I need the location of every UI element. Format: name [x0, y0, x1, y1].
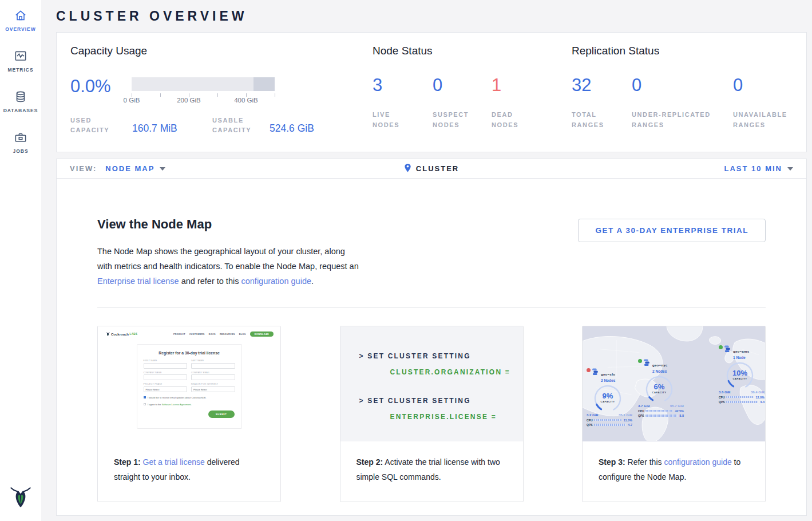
enterprise-trial-license-link[interactable]: Enterprise trial license: [97, 277, 179, 286]
node-map-panel: View the Node Map The Node Map shows the…: [56, 179, 807, 516]
node-status-section: Node Status 3 LIVENODES 0 SUSPECTNODES 1…: [373, 45, 572, 152]
capacity-bar-chart: 0 GiB 200 GiB 400 GiB: [132, 75, 275, 106]
sidebar-item-label: JOBS: [13, 148, 28, 154]
live-status-dot: [719, 345, 723, 349]
chevron-down-icon: [160, 167, 165, 171]
live-nodes-label: LIVENODES: [373, 109, 433, 130]
live-status-dot: [638, 359, 642, 363]
unavailable-ranges-label: UNAVAILABLERANGES: [733, 109, 787, 130]
breadcrumb[interactable]: CLUSTER: [404, 163, 459, 175]
step-2-card: > SET CLUSTER SETTING CLUSTER.ORGANIZATI…: [340, 326, 524, 502]
breadcrumb-label: CLUSTER: [416, 164, 459, 173]
sql-statement: > SET CLUSTER SETTING: [359, 348, 523, 364]
under-replicated-ranges-value: 0: [632, 75, 733, 96]
configuration-guide-link[interactable]: configuration guide: [664, 457, 731, 467]
replication-status-title: Replication Status: [572, 45, 806, 57]
suspect-nodes-label: SUSPECTNODES: [433, 109, 492, 130]
sql-setting: ENTERPRISE.LICENSE =: [390, 409, 523, 425]
section-divider: [97, 307, 766, 308]
capacity-bar: [132, 77, 275, 91]
time-range-dropdown[interactable]: LAST 10 MIN: [724, 164, 793, 173]
capacity-axis-labels: 0 GiB 200 GiB 400 GiB: [132, 97, 275, 106]
capacity-bar-reserved-segment: [253, 77, 275, 91]
view-bar: VIEW: NODE MAP CLUSTER LAST 10 MIN: [56, 159, 807, 179]
trial-license-screenshot: CockroachLABS PRODUCTCUSTOMERSDOCSRESOUR…: [98, 326, 280, 441]
usable-capacity-label: USABLECAPACITY: [212, 116, 270, 135]
tick-mark: [275, 93, 275, 97]
live-nodes-value: 3: [373, 75, 433, 96]
step-1-caption: Step 1: Get a trial license delivered st…: [98, 441, 280, 498]
capacity-percent: 0.0%: [70, 76, 132, 106]
under-replicated-ranges-stat: 0 UNDER-REPLICATEDRANGES: [632, 75, 733, 130]
under-replicated-ranges-label: UNDER-REPLICATEDRANGES: [632, 109, 733, 130]
locality-db-icon: [724, 345, 731, 355]
databases-icon: [13, 89, 28, 104]
node-map-preview: geo=sfo2 Nodes 9% CAPACITY 3.2 GiB35.1 G…: [583, 326, 765, 441]
unavailable-ranges-value: 0: [733, 75, 787, 96]
app-root: OVERVIEW METRICS DATABASES JOBS: [0, 0, 812, 521]
used-capacity-value: 160.7 MiB: [132, 123, 212, 135]
sidebar-item-label: DATABASES: [3, 108, 38, 113]
capacity-bar-free-segment: [132, 77, 253, 91]
sidebar: OVERVIEW METRICS DATABASES JOBS: [0, 0, 41, 521]
step-2-caption: Step 2: Activate the trial license with …: [340, 441, 523, 498]
capacity-gauge: 6% CAPACITY: [644, 375, 675, 404]
suspect-nodes-value: 0: [433, 75, 492, 96]
total-ranges-stat: 32 TOTALRANGES: [572, 75, 632, 130]
locality-db-icon: [592, 368, 599, 378]
enterprise-trial-button[interactable]: GET A 30-DAY ENTERPRISE TRIAL: [578, 219, 766, 242]
capacity-usage-section: Capacity Usage 0.0%: [70, 45, 373, 152]
sql-commands-block: > SET CLUSTER SETTING CLUSTER.ORGANIZATI…: [340, 326, 523, 441]
axis-label: 200 GiB: [177, 97, 201, 104]
dead-nodes-stat: 1 DEADNODES: [492, 75, 518, 130]
get-trial-license-link[interactable]: Get a trial license: [143, 457, 205, 467]
main-content: CLUSTER OVERVIEW Capacity Usage 0.0%: [41, 0, 812, 521]
sidebar-item-jobs[interactable]: JOBS: [0, 130, 41, 154]
capacity-axis-ticks: [132, 92, 275, 97]
node-map-title: View the Node Map: [97, 217, 362, 232]
step-1-card: CockroachLABS PRODUCTCUSTOMERSDOCSRESOUR…: [97, 326, 281, 502]
mini-submit-button: SUBMIT: [208, 411, 235, 418]
jobs-icon: [13, 130, 28, 145]
node-locality-marker: geo=nyc2 Nodes 6% CAPACITY 3.7 GiB65.7 G…: [638, 358, 687, 417]
node-map-description: The Node Map shows the geographical layo…: [97, 244, 362, 289]
dead-nodes-value: 1: [492, 75, 518, 96]
cockroach-labs-mini-logo: CockroachLABS: [106, 331, 137, 337]
home-icon: [13, 8, 28, 23]
mini-trial-form: Register for a 30-day trial license FIRS…: [137, 344, 242, 429]
unavailable-ranges-stat: 0 UNAVAILABLERANGES: [733, 75, 787, 130]
sql-statement: > SET CLUSTER SETTING: [359, 393, 523, 409]
step-3-card: geo=sfo2 Nodes 9% CAPACITY 3.2 GiB35.1 G…: [582, 326, 766, 502]
sidebar-item-overview[interactable]: OVERVIEW: [0, 8, 41, 32]
page-title: CLUSTER OVERVIEW: [56, 0, 807, 32]
total-ranges-label: TOTALRANGES: [572, 109, 632, 130]
dead-nodes-label: DEADNODES: [492, 109, 518, 130]
cockroachdb-logo: [10, 484, 31, 512]
sidebar-item-databases[interactable]: DATABASES: [0, 89, 41, 113]
replication-status-section: Replication Status 32 TOTALRANGES 0 UNDE…: [572, 45, 806, 152]
node-status-title: Node Status: [373, 45, 572, 57]
mini-site-nav: PRODUCTCUSTOMERSDOCSRESOURCESBLOG DOWNLO…: [173, 331, 274, 337]
view-selector-dropdown[interactable]: NODE MAP: [105, 164, 165, 173]
dead-status-dot: [587, 368, 591, 372]
sidebar-item-label: METRICS: [7, 67, 33, 73]
axis-label: 0 GiB: [124, 97, 140, 104]
capacity-gauge: 10% CAPACITY: [724, 361, 755, 390]
mini-download-button: DOWNLOAD: [250, 331, 274, 337]
used-capacity-label: USEDCAPACITY: [70, 116, 132, 135]
sidebar-item-metrics[interactable]: METRICS: [0, 49, 41, 73]
usable-capacity-value: 524.6 GiB: [270, 123, 314, 135]
step-3-caption: Step 3: Refer this configuration guide t…: [583, 441, 765, 498]
location-pin-icon: [404, 163, 411, 175]
node-locality-marker: geo=ams1 Node 10% CAPACITY 3.6 GiB36.4 G…: [719, 345, 765, 404]
metrics-icon: [13, 49, 28, 64]
axis-label: 400 GiB: [234, 97, 258, 104]
node-locality-marker: geo=sfo2 Nodes 9% CAPACITY 3.2 GiB35.1 G…: [587, 368, 636, 427]
total-ranges-value: 32: [572, 75, 632, 96]
configuration-guide-link[interactable]: configuration guide: [241, 277, 311, 286]
view-label: VIEW:: [70, 164, 97, 173]
sql-setting: CLUSTER.ORGANIZATION =: [390, 364, 523, 380]
live-nodes-stat: 3 LIVENODES: [373, 75, 433, 130]
suspect-nodes-stat: 0 SUSPECTNODES: [433, 75, 492, 130]
chevron-down-icon: [787, 167, 793, 171]
